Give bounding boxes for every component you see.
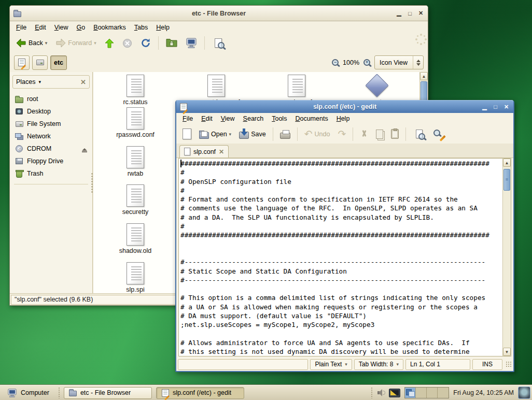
- view-mode-select[interactable]: Icon View: [374, 55, 424, 69]
- chevron-down-icon[interactable]: ▾: [45, 40, 48, 46]
- menu-item[interactable]: Help: [152, 22, 174, 33]
- spinner-arrows-icon[interactable]: [413, 56, 423, 69]
- menu-item[interactable]: Edit: [31, 22, 50, 33]
- home-button[interactable]: [163, 36, 180, 50]
- gedit-scrollbar[interactable]: ▲ ▼: [502, 159, 511, 356]
- menu-item[interactable]: Documents: [291, 113, 332, 124]
- eject-icon[interactable]: [82, 148, 87, 152]
- sidebar-item[interactable]: Trash: [10, 167, 92, 180]
- place-label: File System: [27, 120, 61, 127]
- edit-location-button[interactable]: [14, 55, 30, 70]
- text-editor-area[interactable]: ########################################…: [179, 159, 502, 356]
- file-item[interactable]: slp.spi: [104, 260, 166, 293]
- menu-item[interactable]: View: [217, 113, 239, 124]
- show-desktop-button[interactable]: [518, 387, 530, 399]
- chevron-down-icon[interactable]: ▾: [229, 132, 232, 137]
- workspace-4[interactable]: [438, 388, 449, 398]
- workspace-switcher[interactable]: [404, 387, 449, 398]
- computer-menu-button[interactable]: Computer: [2, 387, 55, 399]
- volume-icon[interactable]: [377, 389, 385, 396]
- find-button[interactable]: [410, 126, 428, 142]
- undo-icon: ↶: [304, 129, 313, 139]
- path-button-etc[interactable]: etc: [50, 55, 67, 70]
- menu-item[interactable]: Help: [332, 113, 354, 124]
- print-button[interactable]: [277, 127, 293, 141]
- sidebar-item[interactable]: CDROM: [10, 142, 92, 155]
- workspace-2[interactable]: [416, 388, 427, 398]
- tab-width-select[interactable]: Tab Width: 8▾: [354, 359, 403, 370]
- maximize-icon[interactable]: □: [406, 9, 414, 17]
- new-document-button[interactable]: [179, 126, 194, 141]
- sidebar-item[interactable]: File System: [10, 118, 92, 130]
- scroll-up-icon[interactable]: ▲: [503, 159, 511, 167]
- menu-item[interactable]: File: [178, 113, 197, 124]
- redo-button[interactable]: ↷: [334, 127, 349, 141]
- file-item[interactable]: rpasswd.conf: [104, 105, 166, 138]
- open-button[interactable]: Open ▾: [196, 127, 234, 141]
- task-button[interactable]: slp.conf (/etc) - gedit: [156, 387, 244, 399]
- close-icon[interactable]: ✕: [502, 103, 510, 111]
- sidebar-item[interactable]: Desktop: [10, 105, 92, 118]
- gedit-titlebar[interactable]: slp.conf (/etc) - gedit ▁ □ ✕: [176, 100, 513, 113]
- sidebar-item[interactable]: Network: [10, 130, 92, 142]
- menu-item[interactable]: Go: [73, 22, 90, 33]
- menu-item[interactable]: Tabs: [130, 22, 152, 33]
- sidebar-close-icon[interactable]: ✕: [80, 78, 86, 86]
- workspace-1[interactable]: [405, 388, 416, 398]
- undo-button[interactable]: ↶ Undo: [301, 127, 333, 141]
- paste-button[interactable]: [388, 127, 402, 141]
- tab-slp-conf[interactable]: slp.conf ✕: [179, 145, 229, 158]
- search-button[interactable]: [209, 35, 228, 51]
- panel-separator: [58, 387, 61, 398]
- stop-button[interactable]: [119, 36, 135, 50]
- file-item[interactable]: rwtab: [104, 144, 166, 177]
- close-icon[interactable]: ✕: [417, 9, 425, 17]
- minimize-icon[interactable]: ▁: [395, 9, 403, 17]
- task-button[interactable]: etc - File Browser: [64, 387, 152, 399]
- sidebar-item[interactable]: Floppy Drive: [10, 155, 92, 167]
- resize-grip[interactable]: [506, 361, 512, 367]
- file-item[interactable]: rc.status: [104, 72, 166, 106]
- place-label: Network: [27, 133, 51, 140]
- clock[interactable]: Fri Aug 24, 10:25 AM: [453, 389, 514, 396]
- computer-label: Computer: [21, 389, 49, 396]
- display-settings-icon[interactable]: [389, 389, 400, 397]
- save-button[interactable]: Save: [236, 127, 269, 141]
- menu-item[interactable]: Tools: [268, 113, 291, 124]
- file-item[interactable]: securetty: [104, 182, 166, 216]
- menu-item[interactable]: View: [50, 22, 73, 33]
- place-label: Desktop: [27, 108, 51, 115]
- minimize-icon[interactable]: ▁: [481, 103, 488, 111]
- scrollbar-thumb[interactable]: [503, 169, 510, 191]
- zoom-out-icon[interactable]: −: [332, 59, 339, 66]
- replace-button[interactable]: [430, 126, 449, 142]
- root-path-button[interactable]: [32, 55, 48, 70]
- scroll-down-icon[interactable]: ▼: [503, 348, 511, 356]
- refresh-button[interactable]: [137, 36, 154, 50]
- language-select[interactable]: Plain Text▾: [310, 359, 352, 370]
- chevron-down-icon[interactable]: ▾: [94, 40, 96, 46]
- tab-close-icon[interactable]: ✕: [219, 148, 224, 155]
- back-button[interactable]: Back ▾: [13, 36, 50, 50]
- workspace-3[interactable]: [427, 388, 438, 398]
- menu-item[interactable]: Bookmarks: [89, 22, 130, 33]
- file-browser-titlebar[interactable]: etc - File Browser ▁ □ ✕: [10, 6, 428, 21]
- place-icon: [15, 107, 23, 116]
- forward-button[interactable]: Forward ▾: [52, 36, 99, 50]
- code-line: [180, 240, 502, 249]
- menu-item[interactable]: File: [12, 22, 31, 33]
- code-line: #---------------------------------------…: [180, 276, 502, 284]
- maximize-icon[interactable]: □: [492, 103, 499, 111]
- computer-button[interactable]: [183, 36, 200, 50]
- menu-item[interactable]: Edit: [197, 113, 217, 124]
- menu-item[interactable]: Search: [239, 113, 268, 124]
- cut-button[interactable]: [357, 127, 371, 141]
- zoom-in-icon[interactable]: +: [363, 59, 370, 66]
- scrollbar-track[interactable]: [503, 167, 511, 348]
- up-button[interactable]: [102, 36, 117, 50]
- file-item[interactable]: shadow.old: [104, 221, 166, 254]
- sidebar-item[interactable]: root: [10, 93, 92, 105]
- scroll-up-icon[interactable]: ▲: [420, 72, 428, 80]
- copy-button[interactable]: [373, 127, 386, 141]
- places-header[interactable]: Places ▾ ✕: [12, 75, 90, 89]
